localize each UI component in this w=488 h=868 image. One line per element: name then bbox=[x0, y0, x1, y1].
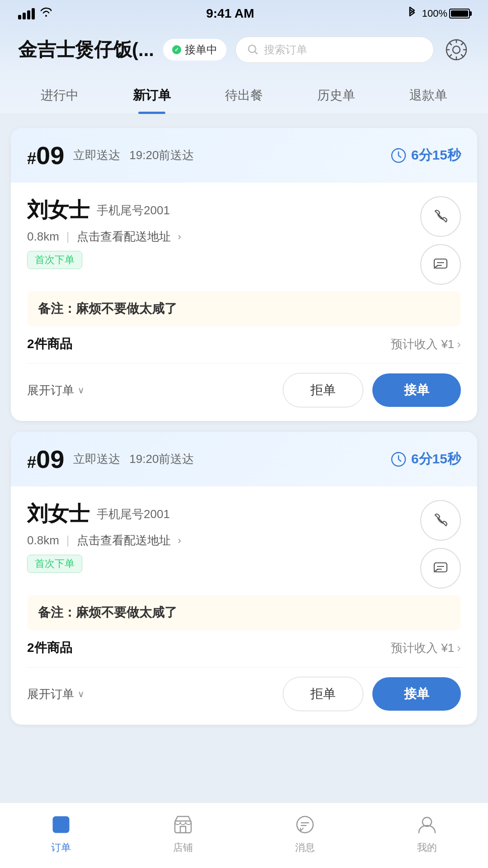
btn-group-2: 拒单 接单 bbox=[283, 677, 461, 711]
customer-info-1: 刘女士 手机尾号2001 0.8km | 点击查看配送地址 › 首次下单 bbox=[27, 196, 420, 269]
customer-name-2: 刘女士 bbox=[27, 500, 89, 528]
order-actions-2: 展开订单 ∨ 拒单 接单 bbox=[27, 667, 461, 711]
chevron-down-icon-2: ∨ bbox=[78, 689, 84, 699]
status-bar: 9:41 AM 100% bbox=[0, 0, 488, 27]
order-footer-info-1: 2件商品 预计收入 ¥1 › bbox=[27, 335, 461, 353]
battery-icon bbox=[449, 9, 470, 19]
nav-item-profile[interactable]: 我的 bbox=[400, 812, 454, 854]
messages-nav-icon bbox=[292, 812, 318, 837]
message-button-1[interactable] bbox=[420, 244, 461, 285]
tab-history[interactable]: 历史单 bbox=[290, 74, 382, 114]
expand-order-button-2[interactable]: 展开订单 ∨ bbox=[27, 686, 84, 702]
orders-list: #09 立即送达 19:20前送达 6分15秒 刘 bbox=[0, 114, 488, 738]
address-row-2: 0.8km | 点击查看配送地址 › bbox=[27, 533, 420, 548]
order-note-2: 备注：麻烦不要做太咸了 bbox=[27, 595, 461, 630]
message-button-2[interactable] bbox=[420, 548, 461, 589]
nav-item-orders[interactable]: 订单 bbox=[34, 812, 88, 854]
chevron-right-icon-income: › bbox=[457, 337, 461, 351]
phone-icon bbox=[432, 208, 449, 225]
order-deadline-1: 19:20前送达 bbox=[129, 147, 194, 163]
order-card-2: #09 立即送达 19:20前送达 6分15秒 刘 bbox=[11, 432, 477, 725]
battery-percentage: 100% bbox=[422, 8, 447, 19]
status-bar-left bbox=[18, 7, 53, 20]
settings-icon bbox=[445, 38, 468, 61]
message-icon-2 bbox=[432, 560, 449, 576]
settings-button[interactable] bbox=[443, 36, 470, 63]
store-nav-icon bbox=[170, 812, 196, 837]
order-countdown-2: 6分15秒 bbox=[390, 450, 461, 468]
signal-icon bbox=[18, 8, 35, 19]
order-note-1: 备注：麻烦不要做太咸了 bbox=[27, 291, 461, 326]
profile-nav-label: 我的 bbox=[417, 841, 437, 854]
customer-name-row-1: 刘女士 手机尾号2001 bbox=[27, 196, 420, 224]
chevron-down-icon: ∨ bbox=[78, 385, 84, 396]
income-amount-1: 预计收入 ¥1 bbox=[391, 336, 454, 352]
btn-group-1: 拒单 接单 bbox=[283, 373, 461, 407]
call-button-2[interactable] bbox=[420, 500, 461, 541]
tab-ongoing[interactable]: 进行中 bbox=[14, 74, 106, 114]
action-buttons-2 bbox=[420, 500, 461, 589]
search-box[interactable]: 搜索订单 bbox=[235, 37, 434, 63]
address-link-1[interactable]: 点击查看配送地址 bbox=[77, 229, 171, 245]
countdown-clock-icon bbox=[390, 147, 407, 164]
accept-button-2[interactable]: 接单 bbox=[372, 677, 461, 711]
accept-button-1[interactable]: 接单 bbox=[372, 373, 461, 407]
first-order-badge-2: 首次下单 bbox=[27, 555, 82, 573]
phone-tail-2: 手机尾号2001 bbox=[97, 506, 170, 522]
chevron-right-icon-income-2: › bbox=[457, 641, 461, 655]
countdown-clock-icon-2 bbox=[390, 451, 407, 467]
expand-order-button-1[interactable]: 展开订单 ∨ bbox=[27, 382, 84, 398]
search-icon bbox=[247, 43, 259, 56]
customer-name-row-2: 刘女士 手机尾号2001 bbox=[27, 500, 420, 528]
store-name: 金吉士煲仔饭(... bbox=[18, 37, 154, 62]
order-number-1: #09 bbox=[27, 141, 64, 170]
order-number-2: #09 bbox=[27, 444, 64, 474]
order-body-2: 刘女士 手机尾号2001 0.8km | 点击查看配送地址 › 首次下单 bbox=[11, 486, 477, 725]
bottom-nav: 订单 店铺 消息 我的 bbox=[0, 802, 488, 868]
phone-tail-1: 手机尾号2001 bbox=[97, 203, 170, 218]
distance-2: 0.8km bbox=[27, 533, 59, 547]
search-placeholder: 搜索订单 bbox=[264, 42, 307, 57]
order-footer-info-2: 2件商品 预计收入 ¥1 › bbox=[27, 639, 461, 656]
store-nav-label: 店铺 bbox=[173, 841, 193, 854]
bluetooth-icon bbox=[408, 6, 417, 21]
order-actions-1: 展开订单 ∨ 拒单 接单 bbox=[27, 363, 461, 407]
order-header-2: #09 立即送达 19:20前送达 6分15秒 bbox=[11, 432, 477, 486]
order-deadline-2: 19:20前送达 bbox=[129, 451, 194, 467]
status-dot-icon bbox=[172, 45, 181, 54]
estimated-income-1[interactable]: 预计收入 ¥1 › bbox=[391, 336, 461, 352]
svg-point-9 bbox=[297, 816, 313, 833]
battery-indicator: 100% bbox=[422, 8, 470, 19]
order-type-2: 立即送达 bbox=[73, 451, 120, 467]
order-body-1: 刘女士 手机尾号2001 0.8km | 点击查看配送地址 › 首次下单 bbox=[11, 183, 477, 421]
status-time: 9:41 AM bbox=[206, 6, 254, 21]
customer-info-2: 刘女士 手机尾号2001 0.8km | 点击查看配送地址 › 首次下单 bbox=[27, 500, 420, 573]
items-count-2: 2件商品 bbox=[27, 639, 72, 656]
chevron-right-icon: › bbox=[178, 231, 181, 243]
items-count-1: 2件商品 bbox=[27, 335, 72, 353]
order-card-1: #09 立即送达 19:20前送达 6分15秒 刘 bbox=[11, 128, 477, 421]
nav-item-store[interactable]: 店铺 bbox=[156, 812, 210, 854]
call-button-1[interactable] bbox=[420, 196, 461, 237]
customer-row-1: 刘女士 手机尾号2001 0.8km | 点击查看配送地址 › 首次下单 bbox=[27, 196, 461, 285]
distance-1: 0.8km bbox=[27, 230, 59, 244]
wifi-icon bbox=[39, 7, 53, 20]
reject-button-1[interactable]: 拒单 bbox=[283, 373, 363, 407]
action-buttons-1 bbox=[420, 196, 461, 285]
tab-pending-delivery[interactable]: 待出餐 bbox=[198, 74, 290, 114]
tab-refund[interactable]: 退款单 bbox=[382, 74, 474, 114]
accepting-orders-badge: 接单中 bbox=[163, 39, 226, 61]
customer-name-1: 刘女士 bbox=[27, 196, 89, 224]
messages-nav-label: 消息 bbox=[295, 841, 315, 854]
tab-new-orders[interactable]: 新订单 bbox=[106, 74, 198, 114]
reject-button-2[interactable]: 拒单 bbox=[283, 677, 363, 711]
chevron-right-icon-2: › bbox=[178, 535, 181, 547]
accepting-orders-label: 接单中 bbox=[185, 42, 217, 57]
address-row-1: 0.8km | 点击查看配送地址 › bbox=[27, 229, 420, 245]
estimated-income-2[interactable]: 预计收入 ¥1 › bbox=[391, 640, 461, 656]
customer-row-2: 刘女士 手机尾号2001 0.8km | 点击查看配送地址 › 首次下单 bbox=[27, 500, 461, 589]
orders-nav-label: 订单 bbox=[51, 841, 71, 854]
nav-item-messages[interactable]: 消息 bbox=[278, 812, 332, 854]
address-link-2[interactable]: 点击查看配送地址 bbox=[77, 533, 171, 548]
message-icon bbox=[432, 256, 449, 273]
